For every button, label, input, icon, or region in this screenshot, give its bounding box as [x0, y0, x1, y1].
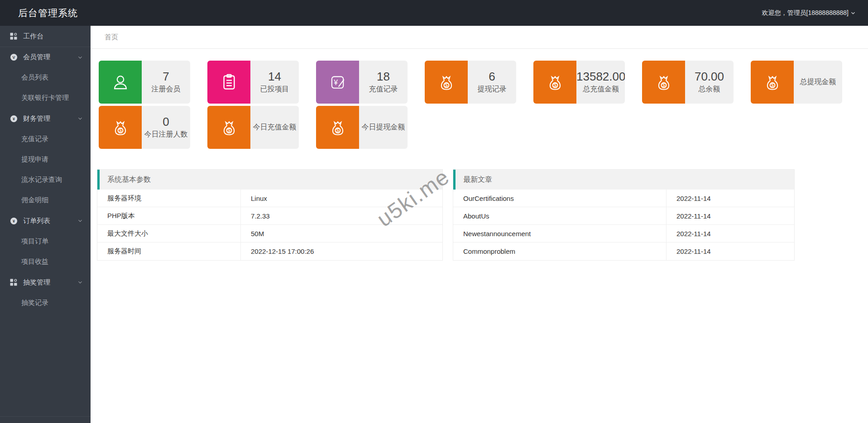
stat-label: 总余额: [699, 85, 720, 94]
grid-icon: [9, 32, 18, 41]
article-date: 2022-11-14: [667, 225, 794, 242]
table-row: PHP版本 7.2.33: [97, 207, 442, 225]
sidebar-item-project-orders[interactable]: 项目订单: [0, 231, 91, 252]
sidebar-item-label: 流水记录查询: [21, 176, 62, 184]
sidebar-item-bank-card-mgmt[interactable]: 关联银行卡管理: [0, 88, 91, 108]
svg-text:$: $: [553, 82, 556, 88]
sidebar-item-label: 订单列表: [23, 217, 50, 225]
grid-icon: [9, 278, 18, 287]
user-menu[interactable]: 欢迎您，管理员[18888888888]: [762, 9, 856, 17]
stat-card-total-recharge: $ 13582.00 总充值金额: [533, 61, 625, 104]
stat-card-column: $ 6 提现记录: [425, 61, 516, 149]
stat-card-column: $ 13582.00 总充值金额: [533, 61, 625, 149]
sidebar-item-finance-mgmt[interactable]: ¥ 财务管理: [0, 108, 91, 129]
svg-text:$: $: [336, 128, 339, 133]
sidebar-item-commission-detail[interactable]: 佣金明细: [0, 190, 91, 210]
chevron-down-icon: [77, 115, 83, 122]
yen-square-icon: ¥: [316, 61, 359, 104]
stat-card-info: 6 提现记录: [468, 61, 516, 104]
svg-text:V: V: [12, 55, 15, 60]
table-row: OurCertifications 2022-11-14: [453, 190, 794, 207]
stat-card-today-withdraw-amount: $ 今日提现金额: [316, 106, 408, 149]
sidebar-item-label: 关联银行卡管理: [21, 94, 69, 102]
yen-circle-icon: ¥: [9, 216, 18, 225]
moneybag-icon: $: [316, 106, 359, 149]
stat-card-total-withdraw: $ 总提现金额: [751, 61, 842, 104]
stat-card-registered-members: 7 注册会员: [99, 61, 190, 104]
svg-text:$: $: [445, 82, 448, 88]
stat-card-column: 14 已投项目 $ 今日充值金额: [207, 61, 299, 149]
clipboard-icon: [207, 61, 250, 104]
sidebar-item-label: 项目收益: [21, 257, 48, 266]
system-params-panel: 系统基本参数 服务器环境 Linux PHP版本 7.2.33 最大文件大小 5…: [97, 169, 443, 261]
param-value: Linux: [241, 190, 442, 207]
moneybag-icon: $: [425, 61, 468, 104]
article-title[interactable]: AboutUs: [453, 207, 667, 224]
stat-value: 14: [268, 70, 281, 83]
svg-text:¥: ¥: [13, 116, 15, 121]
stat-label: 总充值金额: [583, 85, 619, 94]
sidebar-nav: 工作台 V 会员管理 会员列表 关联银行卡管理 ¥ 财务管理 充值记录 提现申请…: [0, 26, 91, 423]
article-title[interactable]: OurCertifications: [453, 190, 667, 207]
stat-card-info: 70.00 总余额: [685, 61, 734, 104]
stat-value: 70.00: [695, 70, 724, 83]
sidebar-item-order-list[interactable]: ¥ 订单列表: [0, 210, 91, 231]
panel-title: 系统基本参数: [107, 175, 151, 185]
stat-card-column: $ 总提现金额: [751, 61, 842, 149]
sidebar-item-member-mgmt[interactable]: V 会员管理: [0, 47, 91, 67]
sidebar-item-lottery-records[interactable]: 抽奖记录: [0, 293, 91, 313]
table-row: Newestannouncement 2022-11-14: [453, 225, 794, 242]
param-name: 服务器时间: [97, 242, 241, 260]
stat-card-info: 今日充值金额: [250, 106, 299, 149]
sidebar-item-lottery-mgmt[interactable]: 抽奖管理: [0, 272, 91, 293]
stat-value: 18: [377, 70, 390, 83]
stat-card-withdraw-records: $ 6 提现记录: [425, 61, 516, 104]
stat-card-invested-projects: 14 已投项目: [207, 61, 299, 104]
breadcrumb-home[interactable]: 首页: [105, 33, 118, 42]
sidebar-item-label: 会员列表: [21, 73, 48, 82]
stat-card-total-balance: $ 70.00 总余额: [642, 61, 734, 104]
stat-card-info: 13582.00 总充值金额: [576, 61, 625, 104]
sidebar-divider: [0, 416, 91, 417]
breadcrumb: 首页: [91, 26, 868, 49]
stat-label: 总提现金额: [800, 77, 836, 87]
sidebar-item-label: 提现申请: [21, 155, 48, 164]
stat-value: 13582.00: [576, 70, 625, 83]
panel-header: 最新文章: [453, 170, 794, 190]
main-content: 7 注册会员 $ 0 今日注册人数 14: [91, 49, 868, 423]
stat-value: 7: [163, 70, 169, 83]
panel-title: 最新文章: [463, 175, 492, 185]
svg-text:¥: ¥: [13, 219, 15, 223]
table-row: AboutUs 2022-11-14: [453, 207, 794, 225]
sidebar-item-member-list[interactable]: 会员列表: [0, 67, 91, 88]
article-title[interactable]: Newestannouncement: [453, 225, 667, 242]
sidebar-item-flow-records[interactable]: 流水记录查询: [0, 170, 91, 190]
info-panels: 系统基本参数 服务器环境 Linux PHP版本 7.2.33 最大文件大小 5…: [97, 169, 868, 261]
sidebar-item-label: 充值记录: [21, 135, 48, 143]
chevron-down-icon: [850, 10, 856, 16]
moneybag-icon: $: [99, 106, 142, 149]
user-welcome-text: 欢迎您，管理员[18888888888]: [762, 9, 849, 17]
sidebar-item-label: 抽奖管理: [23, 278, 50, 287]
stat-card-info: 总提现金额: [794, 61, 842, 104]
sidebar-item-withdraw-requests[interactable]: 提现申请: [0, 149, 91, 170]
top-header: 后台管理系统 欢迎您，管理员[18888888888]: [0, 0, 868, 26]
stat-card-info: 14 已投项目: [250, 61, 299, 104]
sidebar-item-workbench[interactable]: 工作台: [0, 26, 91, 47]
param-value: 7.2.33: [241, 207, 442, 224]
panel-header: 系统基本参数: [97, 170, 442, 190]
accent-bar: [97, 170, 100, 190]
param-name: 最大文件大小: [97, 225, 241, 242]
param-value: 2022-12-15 17:00:26: [241, 242, 442, 260]
table-row: 服务器时间 2022-12-15 17:00:26: [97, 242, 442, 260]
param-name: 服务器环境: [97, 190, 241, 207]
moneybag-icon: $: [207, 106, 250, 149]
sidebar-item-project-earnings[interactable]: 项目收益: [0, 252, 91, 272]
sidebar-item-recharge-records[interactable]: 充值记录: [0, 129, 91, 149]
stat-label: 提现记录: [478, 85, 507, 94]
table-row: 最大文件大小 50M: [97, 225, 442, 242]
moneybag-icon: $: [533, 61, 576, 104]
accent-bar: [453, 170, 456, 190]
article-title[interactable]: Commonproblem: [453, 242, 667, 260]
stat-card-today-registrations: $ 0 今日注册人数: [99, 106, 190, 149]
